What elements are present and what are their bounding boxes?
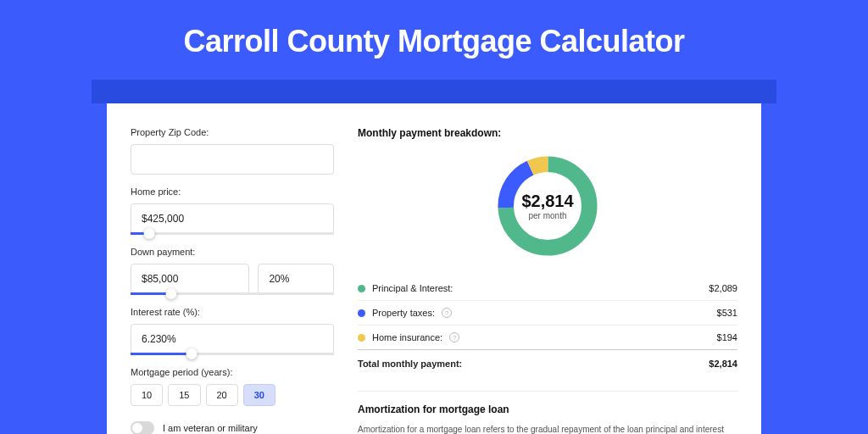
home-price-input[interactable] — [131, 203, 334, 234]
donut-sub: per month — [521, 211, 573, 220]
calculator-card: Property Zip Code: Home price: Down paym… — [107, 103, 761, 434]
down-payment-slider-thumb[interactable] — [166, 288, 177, 299]
down-payment-input[interactable] — [131, 264, 249, 294]
legend-value: $2,089 — [709, 283, 737, 293]
legend: Principal & Interest:$2,089Property taxe… — [358, 276, 737, 349]
interest-label: Interest rate (%): — [131, 307, 334, 317]
total-label: Total monthly payment: — [358, 359, 462, 369]
amort-heading: Amortization for mortgage loan — [358, 403, 737, 415]
home-price-label: Home price: — [131, 186, 334, 197]
legend-row: Property taxes:?$531 — [358, 300, 737, 325]
legend-row: Home insurance:?$194 — [358, 325, 737, 349]
amortization-section: Amortization for mortgage loan Amortizat… — [358, 391, 737, 434]
veteran-toggle[interactable] — [131, 421, 154, 434]
legend-label: Principal & Interest: — [372, 283, 453, 293]
period-row: 10152030 — [131, 384, 334, 406]
home-price-field: Home price: — [131, 186, 334, 235]
period-field: Mortgage period (years): 10152030 — [131, 367, 334, 406]
veteran-row: I am veteran or military — [131, 421, 334, 434]
legend-label: Property taxes: — [372, 308, 435, 318]
zip-label: Property Zip Code: — [131, 127, 334, 137]
header-banner — [92, 80, 776, 103]
page-title: Carroll County Mortgage Calculator — [0, 0, 868, 80]
down-payment-slider[interactable] — [131, 292, 334, 295]
donut-center: $2,814 per month — [521, 192, 573, 220]
interest-slider[interactable] — [131, 353, 334, 355]
legend-dot-icon — [358, 285, 365, 292]
down-payment-label: Down payment: — [131, 247, 334, 257]
period-btn-10[interactable]: 10 — [131, 384, 163, 406]
down-payment-pct-input[interactable] — [258, 264, 334, 294]
toggle-knob — [132, 423, 142, 433]
period-btn-20[interactable]: 20 — [206, 384, 238, 406]
period-btn-15[interactable]: 15 — [168, 384, 200, 406]
interest-input[interactable] — [131, 324, 334, 354]
donut-chart: $2,814 per month — [358, 151, 737, 261]
info-icon[interactable]: ? — [442, 308, 452, 318]
zip-input[interactable] — [131, 144, 334, 175]
legend-label: Home insurance: — [372, 332, 442, 342]
interest-field: Interest rate (%): — [131, 307, 334, 355]
legend-total-row: Total monthly payment: $2,814 — [358, 349, 737, 376]
veteran-label: I am veteran or military — [163, 423, 258, 433]
legend-value: $531 — [717, 308, 737, 318]
info-icon[interactable]: ? — [449, 332, 459, 342]
home-price-slider-thumb[interactable] — [143, 228, 154, 239]
down-payment-field: Down payment: — [131, 247, 334, 295]
inputs-column: Property Zip Code: Home price: Down paym… — [131, 127, 334, 434]
breakdown-heading: Monthly payment breakdown: — [358, 127, 737, 139]
breakdown-column: Monthly payment breakdown: $2,814 per mo… — [358, 127, 737, 434]
legend-value: $194 — [717, 332, 737, 342]
interest-slider-fill — [131, 353, 192, 355]
donut-total: $2,814 — [521, 192, 573, 211]
interest-slider-thumb[interactable] — [186, 348, 198, 359]
zip-field: Property Zip Code: — [131, 127, 334, 175]
legend-dot-icon — [358, 309, 365, 317]
period-label: Mortgage period (years): — [131, 367, 334, 377]
legend-row: Principal & Interest:$2,089 — [358, 276, 737, 300]
period-btn-30[interactable]: 30 — [243, 384, 275, 406]
legend-dot-icon — [358, 334, 365, 342]
home-price-slider[interactable] — [131, 232, 334, 235]
total-value: $2,814 — [709, 359, 737, 369]
amort-text: Amortization for a mortgage loan refers … — [358, 424, 737, 434]
